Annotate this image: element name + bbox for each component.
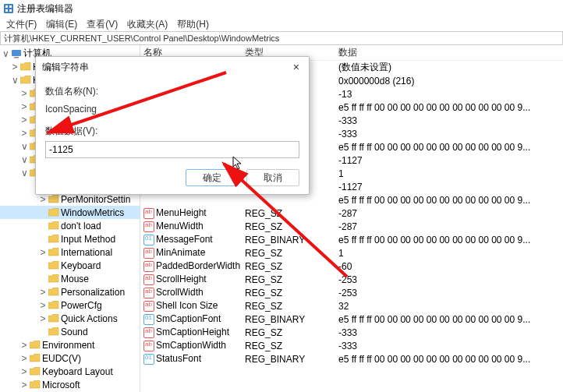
value-name-label: 数值名称(N): [45, 85, 299, 98]
tree-item-label: PerMonitorSettin [61, 194, 130, 205]
tree-twisty-icon[interactable]: ∨ [20, 141, 28, 152]
string-value-icon [143, 288, 154, 298]
address-bar[interactable]: 计算机\HKEY_CURRENT_USER\Control Panel\Desk… [0, 31, 563, 45]
list-row[interactable]: StatusFontREG_BINARYe5 ff ff ff 00 00 00… [140, 352, 563, 366]
string-value-icon [143, 221, 154, 232]
tree-twisty-icon[interactable]: > [20, 101, 28, 112]
tree-item-label: Keyboard [61, 260, 101, 271]
tree-twisty-icon[interactable]: > [39, 313, 47, 324]
list-row[interactable]: SmCaptionHeightREG_SZ-333 [140, 326, 563, 339]
tree-item[interactable]: >Microsoft [0, 378, 140, 391]
tree-item[interactable]: >Environment [0, 338, 140, 351]
menu-favorites[interactable]: 收藏夹(A) [122, 18, 172, 31]
cell-name: SmCaptionHeight [140, 327, 242, 338]
tree-twisty-icon[interactable]: ∨ [11, 75, 19, 86]
list-row[interactable]: PaddedBorderWidthREG_SZ-60 [140, 260, 563, 273]
value-name-display: IconSpacing [45, 101, 299, 117]
tree-twisty-icon[interactable]: > [11, 62, 19, 72]
list-row[interactable]: MinAnimateREG_SZ1 [140, 246, 563, 260]
tree-item-label: don't load [61, 221, 101, 231]
folder-icon [48, 261, 59, 270]
cell-name [140, 194, 242, 206]
edit-string-dialog: 编辑字符串 × 数值名称(N): IconSpacing 数值数据(V): 确定… [35, 56, 310, 195]
cell-data: -333 [335, 327, 563, 338]
list-row[interactable]: ScrollHeightREG_SZ-253 [140, 273, 563, 286]
folder-icon [11, 49, 22, 58]
list-row[interactable]: MessageFontREG_BINARYe5 ff ff ff 00 00 0… [140, 233, 563, 246]
tree-item-label: Personalization [61, 287, 125, 298]
menu-view[interactable]: 查看(V) [82, 18, 122, 31]
cell-type: REG_SZ [242, 288, 335, 298]
list-row[interactable]: e5 ff ff ff 00 00 00 00 00 00 00 00 00 0… [140, 193, 563, 207]
cell-data: -333 [335, 115, 563, 126]
tree-twisty-icon[interactable]: > [20, 353, 28, 364]
cell-name: MenuHeight [140, 207, 242, 219]
list-row[interactable]: ScrollWidthREG_SZ-253 [140, 286, 563, 299]
cell-name: PaddedBorderWidth [140, 260, 242, 272]
binary-value-icon [143, 354, 154, 365]
string-value-icon [143, 208, 154, 219]
cancel-button[interactable]: 取消 [246, 169, 299, 186]
cell-name: SmCaptionFont [140, 313, 242, 325]
folder-icon [48, 327, 59, 336]
cell-type: REG_BINARY [242, 314, 335, 325]
title-bar: 注册表编辑器 [0, 0, 563, 17]
tree-item-label: WindowMetrics [61, 207, 124, 218]
dialog-close-button[interactable]: × [290, 61, 303, 73]
string-value-icon [143, 274, 154, 285]
tree-item-label: PowerCfg [61, 300, 102, 311]
tree-item[interactable]: don't load [0, 219, 140, 232]
tree-twisty-icon[interactable]: > [39, 287, 47, 298]
ok-button[interactable]: 确定 [186, 169, 239, 186]
folder-icon [48, 314, 59, 323]
cell-data: e5 ff ff ff 00 00 00 00 00 00 00 00 00 0… [335, 354, 563, 365]
tree-item[interactable]: Keyboard [0, 259, 140, 272]
tree-item[interactable]: >Quick Actions [0, 312, 140, 325]
tree-item[interactable]: >PowerCfg [0, 298, 140, 312]
cell-type: REG_SZ [242, 274, 335, 285]
cell-type: REG_SZ [242, 301, 335, 312]
tree-item-label: Mouse [61, 274, 89, 284]
list-row[interactable]: SmCaptionFontREG_BINARYe5 ff ff ff 00 00… [140, 313, 563, 326]
tree-twisty-icon[interactable]: > [39, 194, 47, 205]
menu-file[interactable]: 文件(F) [2, 18, 41, 31]
menu-help[interactable]: 帮助(H) [172, 18, 214, 31]
tree-twisty-icon[interactable]: > [39, 300, 47, 311]
tree-item[interactable]: >Personalization [0, 285, 140, 298]
tree-twisty-icon[interactable]: > [39, 247, 47, 258]
tree-item[interactable]: >Keyboard Layout [0, 365, 140, 378]
list-row[interactable]: Shell Icon SizeREG_SZ32 [140, 299, 563, 313]
cell-data: -60 [335, 261, 563, 272]
list-row[interactable]: MenuWidthREG_SZ-287 [140, 220, 563, 233]
tree-twisty-icon[interactable]: > [20, 128, 28, 139]
folder-icon [48, 195, 59, 203]
tree-item[interactable]: Input Method [0, 232, 140, 245]
tree-twisty-icon[interactable]: > [20, 115, 28, 125]
tree-item[interactable]: >EUDC(V) [0, 351, 140, 365]
list-row[interactable]: MenuHeightREG_SZ-287 [140, 207, 563, 220]
tree-item[interactable]: >International [0, 245, 140, 259]
tree-twisty-icon[interactable]: ∨ [20, 154, 28, 165]
tree-twisty-icon[interactable]: > [20, 88, 28, 99]
svg-rect-1 [5, 5, 8, 8]
string-value-icon [143, 327, 154, 338]
tree-twisty-icon[interactable]: ∨ [2, 48, 9, 59]
tree-twisty-icon[interactable]: > [20, 340, 28, 351]
tree-item[interactable]: Sound [0, 325, 140, 338]
tree-item[interactable]: Mouse [0, 272, 140, 285]
value-data-input[interactable] [45, 141, 299, 158]
cell-data: e5 ff ff ff 00 00 00 00 00 00 00 00 00 0… [335, 314, 563, 325]
tree-twisty-icon[interactable]: > [20, 366, 28, 377]
col-data[interactable]: 数据 [335, 46, 563, 59]
tree-item-label: Keyboard Layout [42, 366, 113, 377]
string-value-icon [143, 261, 154, 272]
tree-twisty-icon[interactable]: > [20, 380, 28, 390]
svg-rect-4 [9, 9, 12, 12]
string-value-icon [143, 341, 154, 351]
cell-data: (数值未设置) [335, 61, 563, 74]
list-row[interactable]: SmCaptionWidthREG_SZ-333 [140, 339, 563, 352]
cell-data: e5 ff ff ff 00 00 00 00 00 00 00 00 00 0… [335, 195, 563, 206]
tree-twisty-icon[interactable]: ∨ [20, 168, 28, 178]
menu-edit[interactable]: 编辑(E) [41, 18, 82, 31]
tree-item[interactable]: WindowMetrics [0, 206, 140, 219]
